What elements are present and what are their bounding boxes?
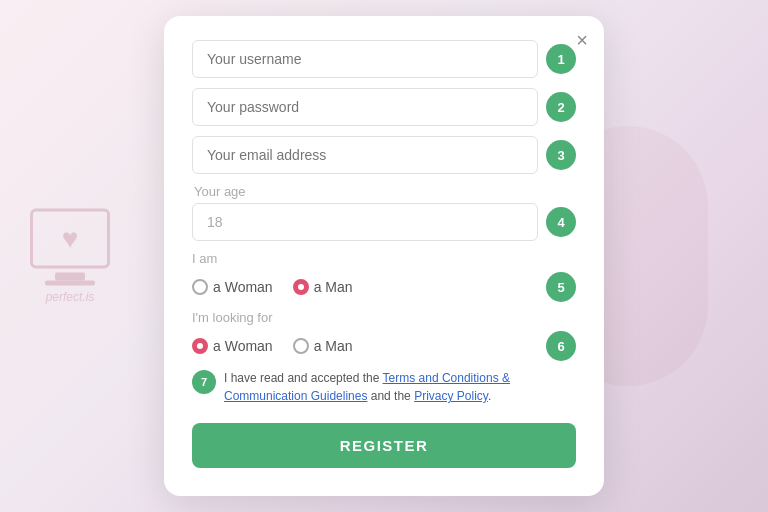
looking-for-label: I'm looking for xyxy=(192,310,576,325)
password-row: 2 xyxy=(192,88,576,126)
iam-woman-radio[interactable] xyxy=(192,279,208,295)
username-input[interactable] xyxy=(192,40,538,78)
look-woman-option[interactable]: a Woman xyxy=(192,338,273,354)
i-am-row: a Woman a Man 5 xyxy=(192,272,576,302)
i-am-section: I am a Woman a Man 5 xyxy=(192,251,576,302)
terms-text-between: and the xyxy=(367,389,414,403)
looking-step-badge: 6 xyxy=(546,331,576,361)
i-am-label: I am xyxy=(192,251,576,266)
registration-modal: × 1 2 3 Your age 4 I am a Woman xyxy=(164,16,604,496)
age-input[interactable] xyxy=(192,203,538,241)
iam-step-badge: 5 xyxy=(546,272,576,302)
email-step-badge: 3 xyxy=(546,140,576,170)
look-man-radio[interactable] xyxy=(293,338,309,354)
terms-text-after: . xyxy=(488,389,491,403)
age-section: Your age 4 xyxy=(192,184,576,241)
terms-row: 7 I have read and accepted the Terms and… xyxy=(192,369,576,405)
register-button[interactable]: REGISTER xyxy=(192,423,576,468)
terms-link2[interactable]: Privacy Policy xyxy=(414,389,488,403)
look-man-option[interactable]: a Man xyxy=(293,338,353,354)
watermark-stand xyxy=(55,273,85,281)
iam-man-radio[interactable] xyxy=(293,279,309,295)
looking-for-options: a Woman a Man xyxy=(192,338,538,354)
watermark-text: perfect.is xyxy=(46,290,95,304)
email-input[interactable] xyxy=(192,136,538,174)
close-button[interactable]: × xyxy=(576,30,588,50)
look-man-label: a Man xyxy=(314,338,353,354)
looking-for-row: a Woman a Man 6 xyxy=(192,331,576,361)
watermark-heart-icon: ♥ xyxy=(62,223,79,255)
look-woman-label: a Woman xyxy=(213,338,273,354)
looking-for-section: I'm looking for a Woman a Man 6 xyxy=(192,310,576,361)
password-step-badge: 2 xyxy=(546,92,576,122)
terms-step-badge: 7 xyxy=(192,370,216,394)
iam-man-option[interactable]: a Man xyxy=(293,279,353,295)
look-woman-radio[interactable] xyxy=(192,338,208,354)
i-am-options: a Woman a Man xyxy=(192,279,538,295)
iam-man-label: a Man xyxy=(314,279,353,295)
terms-text: I have read and accepted the Terms and C… xyxy=(224,369,576,405)
iam-woman-label: a Woman xyxy=(213,279,273,295)
age-label: Your age xyxy=(192,184,576,199)
age-step-badge: 4 xyxy=(546,207,576,237)
password-input[interactable] xyxy=(192,88,538,126)
watermark-monitor-icon: ♥ xyxy=(30,209,110,269)
username-step-badge: 1 xyxy=(546,44,576,74)
username-row: 1 xyxy=(192,40,576,78)
watermark-logo: ♥ perfect.is xyxy=(30,209,110,304)
watermark-base xyxy=(45,281,95,286)
email-row: 3 xyxy=(192,136,576,174)
iam-woman-option[interactable]: a Woman xyxy=(192,279,273,295)
age-row: 4 xyxy=(192,203,576,241)
terms-text-before: I have read and accepted the xyxy=(224,371,383,385)
